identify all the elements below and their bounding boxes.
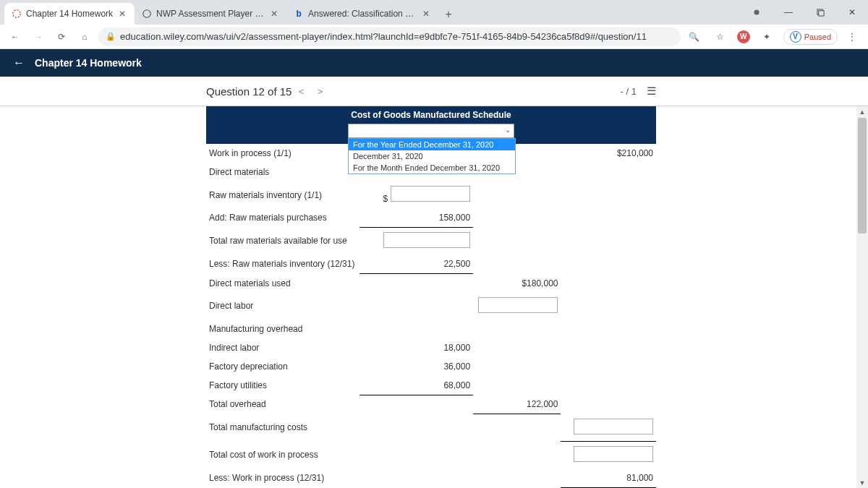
home-icon[interactable]: ⌂ [75, 27, 94, 46]
avatar-v-icon: V [790, 31, 801, 43]
svg-rect-4 [818, 10, 823, 15]
prev-question-icon[interactable]: < [292, 86, 310, 97]
svg-point-2 [754, 10, 760, 15]
tab-chapter14[interactable]: Chapter 14 Homework ✕ [4, 3, 135, 25]
row-value: 22,500 [412, 259, 470, 269]
table-row: Total cost of work in process [206, 441, 656, 468]
table-row: Indirect labor 18,000 [206, 338, 656, 357]
paused-label: Paused [804, 33, 831, 41]
extension-w-icon[interactable]: W [737, 30, 750, 43]
lock-icon: 🔒 [106, 32, 116, 41]
row-label: Total overhead [206, 395, 359, 414]
app-header: ← Chapter 14 Homework [0, 49, 868, 77]
period-select[interactable]: ⌄ [348, 124, 514, 138]
dropdown-option[interactable]: For the Year Ended December 31, 2020 [349, 139, 515, 150]
table-row: Total raw materials available for use [206, 228, 656, 255]
row-value: 18,000 [412, 343, 470, 353]
row-label: Total manufacturing costs [206, 414, 359, 442]
window-controls: — ✕ [741, 0, 868, 25]
favicon-b-icon: b [294, 9, 304, 19]
score-counter: - / 1 [621, 86, 637, 97]
profile-paused-pill[interactable]: V Paused [783, 29, 838, 45]
browser-addressbar: ← → ⟳ ⌂ 🔒 education.wiley.com/was/ui/v2/… [0, 25, 868, 49]
direct-labor-input[interactable] [478, 297, 558, 313]
table-row: Raw materials inventory (1/1) $ [206, 181, 656, 208]
row-value: $180,000 [500, 278, 558, 288]
question-title: Question 12 of 15 [206, 85, 292, 98]
favicon-spiral-icon [142, 9, 152, 19]
chevron-down-icon: ⌄ [505, 126, 511, 134]
table-row: Total manufacturing costs [206, 414, 656, 442]
table-row: Direct materials used $180,000 [206, 274, 656, 293]
url-text: education.wiley.com/was/ui/v2/assessment… [120, 31, 647, 42]
row-label: Total raw materials available for use [206, 228, 359, 255]
row-label: Total cost of work in process [206, 441, 359, 468]
table-row: Less: Work in process (12/31) 81,000 [206, 468, 656, 488]
row-value: 68,000 [412, 380, 470, 390]
row-label: Manufacturing overhead [206, 320, 359, 338]
close-window-icon[interactable]: ✕ [836, 1, 868, 23]
tab-nwp[interactable]: NWP Assessment Player UI Appli ✕ [135, 3, 286, 25]
row-label: Work in process (1/1) [206, 144, 359, 163]
table-row: Total overhead 122,000 [206, 395, 656, 414]
row-value: 81,000 [595, 473, 653, 483]
question-list-icon[interactable]: ☰ [647, 85, 656, 98]
row-label: Factory utilities [206, 376, 359, 395]
back-icon[interactable]: ← [6, 27, 25, 46]
period-select-row: ⌄ For the Year Ended December 31, 2020 D… [206, 124, 656, 144]
close-icon[interactable]: ✕ [421, 9, 431, 19]
row-label: Direct materials [206, 163, 359, 181]
search-in-page-icon[interactable]: 🔍 [685, 27, 704, 46]
table-row: Less: Raw materials inventory (12/31) 22… [206, 254, 656, 274]
scroll-thumb[interactable] [858, 118, 867, 234]
close-icon[interactable]: ✕ [269, 9, 279, 19]
row-value: 36,000 [412, 361, 470, 372]
dropdown-option[interactable]: December 31, 2020 [349, 150, 515, 162]
minimize-icon[interactable]: — [773, 1, 804, 23]
total-mfg-costs-input[interactable] [574, 419, 653, 435]
table-row: Factory utilities 68,000 [206, 376, 656, 395]
row-label: Direct labor [206, 293, 359, 320]
table-row: Direct labor [206, 293, 656, 320]
close-icon[interactable]: ✕ [117, 9, 127, 19]
settings-dot-icon[interactable] [741, 1, 773, 23]
row-value: $210,000 [595, 148, 653, 158]
svg-point-0 [13, 10, 21, 18]
table-row: Add: Raw materials purchases 158,000 [206, 208, 656, 228]
url-input[interactable]: 🔒 education.wiley.com/was/ui/v2/assessme… [98, 27, 681, 46]
reload-icon[interactable]: ⟳ [52, 27, 71, 46]
period-dropdown: For the Year Ended December 31, 2020 Dec… [348, 138, 516, 174]
row-label: Indirect labor [206, 338, 359, 357]
dropdown-option[interactable]: For the Month Ended December 31, 2020 [349, 162, 515, 174]
breadcrumb: Chapter 14 Homework [35, 57, 142, 69]
tab-title: NWP Assessment Player UI Appli [156, 9, 265, 19]
question-bar: Question 12 of 15 < > - / 1 ☰ [0, 77, 868, 106]
kebab-menu-icon[interactable]: ⋮ [845, 32, 859, 42]
rmi-begin-input[interactable] [391, 186, 470, 202]
dollar-sign: $ [383, 194, 388, 204]
extensions-icon[interactable]: ✦ [757, 27, 776, 46]
new-tab-button[interactable]: + [438, 4, 459, 25]
app-back-icon[interactable]: ← [13, 56, 25, 69]
vertical-scrollbar[interactable]: ▲ ▼ [856, 106, 868, 488]
scroll-up-icon[interactable]: ▲ [856, 106, 868, 118]
scroll-down-icon[interactable]: ▼ [856, 477, 868, 488]
total-cost-wip-input[interactable] [574, 446, 653, 462]
table-row: Manufacturing overhead [206, 320, 656, 338]
tab-title: Chapter 14 Homework [26, 9, 113, 19]
next-question-icon[interactable]: > [310, 86, 329, 97]
tab-bartleby[interactable]: b Answered: Classification of Costs ✕ [286, 3, 438, 25]
forward-icon[interactable]: → [29, 27, 48, 46]
row-label: Less: Raw materials inventory (12/31) [206, 254, 359, 274]
favicon-loading-icon [12, 9, 22, 19]
cogm-schedule: Cost of Goods Manufactured Schedule ⌄ Fo… [206, 106, 656, 488]
total-raw-avail-input[interactable] [383, 232, 470, 248]
table-row: Factory depreciation 36,000 [206, 357, 656, 376]
schedule-header: Cost of Goods Manufactured Schedule [206, 106, 656, 124]
row-label: Direct materials used [206, 274, 359, 293]
row-label: Raw materials inventory (1/1) [206, 181, 359, 208]
bookmark-star-icon[interactable]: ☆ [711, 27, 730, 46]
browser-tabbar: Chapter 14 Homework ✕ NWP Assessment Pla… [0, 0, 868, 25]
svg-point-1 [143, 10, 151, 18]
maximize-icon[interactable] [804, 1, 836, 23]
